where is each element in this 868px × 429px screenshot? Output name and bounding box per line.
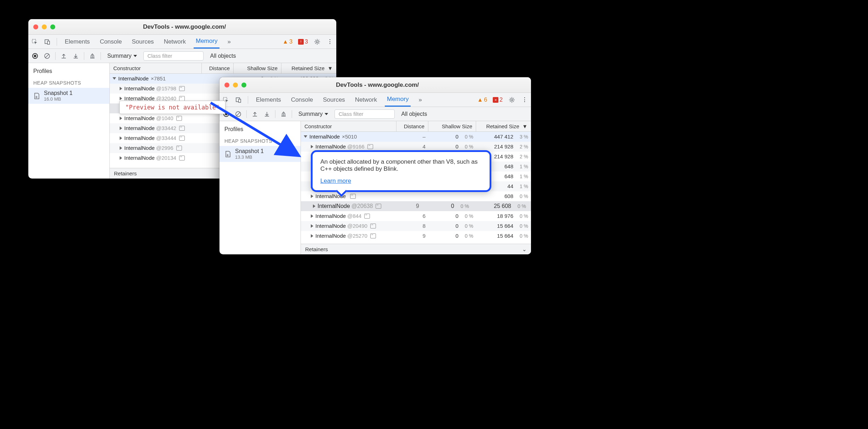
gear-icon[interactable]	[508, 96, 515, 103]
tab-memory[interactable]: Memory	[385, 93, 411, 107]
popout-icon[interactable]	[176, 146, 182, 151]
popout-icon[interactable]	[179, 126, 185, 131]
tab-bar: Elements Console Sources Network Memory …	[28, 35, 336, 49]
popout-icon[interactable]	[367, 144, 373, 149]
window-title: DevTools - www.google.com/	[38, 23, 331, 30]
popout-icon[interactable]	[179, 156, 185, 160]
object-row[interactable]: InternalNode@25270900 %15 6640 %	[301, 231, 531, 241]
view-select[interactable]: Summary	[105, 53, 139, 59]
col-retained[interactable]: Retained Size ▼	[476, 121, 531, 131]
svg-point-3	[316, 41, 318, 43]
upload-icon[interactable]	[60, 52, 68, 60]
more-tabs-icon[interactable]: »	[225, 35, 233, 49]
sidebar-head: Profiles	[28, 67, 109, 78]
col-distance[interactable]: Distance	[202, 63, 234, 73]
gc-icon[interactable]	[88, 52, 96, 60]
table-header: Constructor Distance Shallow Size Retain…	[301, 121, 531, 132]
svg-line-16	[211, 103, 299, 156]
snapshot-size: 16.0 MB	[44, 96, 73, 102]
popout-icon[interactable]	[179, 96, 185, 101]
class-filter-input[interactable]	[335, 109, 395, 119]
object-row[interactable]: InternalNode6080 %	[301, 191, 531, 201]
device-toolbar-icon[interactable]	[44, 38, 51, 45]
tab-network[interactable]: Network	[162, 35, 188, 49]
popout-icon[interactable]	[350, 194, 356, 199]
col-distance[interactable]: Distance	[396, 121, 428, 131]
errors-badge[interactable]: ×2	[493, 97, 503, 103]
tooltip-text: An object allocated by a component other…	[320, 158, 482, 173]
inspect-element-icon[interactable]	[31, 38, 38, 45]
memory-toolbar: Summary All objects	[28, 49, 336, 63]
chevron-down-icon: ⌄	[522, 246, 527, 253]
constructor-group-row[interactable]: InternalNode×5010 – 00 % 447 4123 %	[301, 132, 531, 142]
snapshot-item[interactable]: Snapshot 1 16.0 MB	[28, 88, 109, 104]
svg-point-11	[511, 99, 513, 101]
tab-network[interactable]: Network	[353, 93, 379, 107]
col-retained[interactable]: Retained Size ▼	[281, 63, 336, 73]
record-icon[interactable]	[31, 52, 39, 60]
object-row[interactable]: InternalNode@20638900 %25 6080 %	[301, 201, 531, 211]
tab-console[interactable]: Console	[98, 35, 124, 49]
popout-icon[interactable]	[179, 86, 185, 91]
object-row[interactable]: InternalNode@20490800 %15 6640 %	[301, 221, 531, 231]
col-constructor[interactable]: Constructor	[301, 121, 396, 131]
sidebar-category: HEAP SNAPSHOTS	[28, 78, 109, 88]
profiles-sidebar: Profiles HEAP SNAPSHOTS Snapshot 1 16.0 …	[28, 63, 110, 179]
learn-more-link[interactable]: Learn more	[320, 177, 351, 185]
window-title: DevTools - www.google.com/	[229, 81, 526, 89]
popout-icon[interactable]	[370, 233, 376, 238]
snapshot-name: Snapshot 1	[44, 90, 73, 96]
popout-icon[interactable]	[176, 116, 182, 121]
titlebar: DevTools - www.google.com/	[28, 19, 336, 35]
tab-sources[interactable]: Sources	[130, 35, 156, 49]
popout-icon[interactable]	[370, 224, 376, 228]
more-menu-icon[interactable]: ⋮	[521, 96, 528, 103]
object-description-tooltip: An object allocated by a component other…	[311, 150, 491, 192]
table-header: Constructor Distance Shallow Size Retain…	[110, 63, 336, 74]
class-filter-input[interactable]	[143, 51, 204, 61]
popout-icon[interactable]	[364, 214, 370, 219]
col-shallow[interactable]: Shallow Size	[428, 121, 476, 131]
popout-icon[interactable]	[179, 136, 185, 141]
object-row[interactable]: InternalNode@844600 %18 9760 %	[301, 211, 531, 221]
more-menu-icon[interactable]: ⋮	[326, 38, 333, 45]
annotation-arrow	[207, 96, 313, 166]
objects-filter[interactable]: All objects	[208, 53, 238, 59]
warnings-badge[interactable]: ▲ 6	[477, 97, 487, 103]
svg-point-5	[34, 55, 36, 57]
svg-rect-2	[47, 41, 50, 44]
col-shallow[interactable]: Shallow Size	[234, 63, 281, 73]
retainers-panel-header[interactable]: Retainers⌄	[301, 244, 531, 254]
tab-elements[interactable]: Elements	[63, 35, 92, 49]
col-constructor[interactable]: Constructor	[110, 63, 202, 73]
popout-icon[interactable]	[376, 204, 381, 209]
clear-icon[interactable]	[43, 52, 51, 60]
snapshot-file-icon	[33, 92, 40, 100]
svg-line-7	[45, 54, 49, 58]
gear-icon[interactable]	[314, 38, 321, 45]
titlebar: DevTools - www.google.com/	[219, 77, 531, 93]
tab-memory[interactable]: Memory	[194, 35, 219, 49]
download-icon[interactable]	[72, 52, 80, 60]
tab-sources[interactable]: Sources	[321, 93, 347, 107]
objects-filter[interactable]: All objects	[399, 111, 429, 117]
more-tabs-icon[interactable]: »	[416, 93, 424, 107]
warnings-badge[interactable]: ▲ 3	[282, 39, 292, 45]
errors-badge[interactable]: !3	[298, 39, 308, 45]
